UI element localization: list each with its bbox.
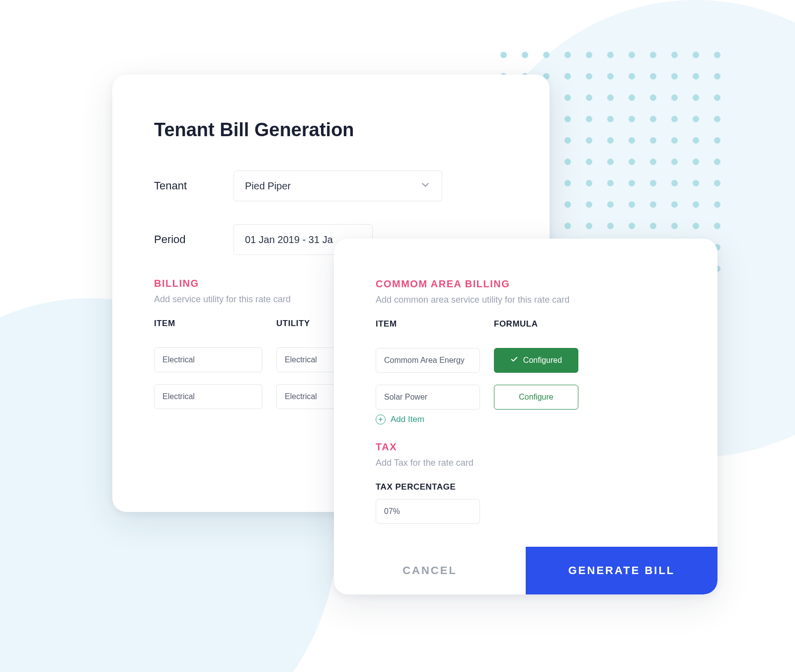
configured-label: Configured — [523, 356, 562, 365]
period-label: Period — [154, 233, 199, 246]
chevron-down-icon — [420, 179, 431, 193]
cancel-button[interactable]: CANCEL — [334, 547, 526, 594]
page-title: Tenant Bill Generation — [154, 119, 510, 141]
configured-button[interactable]: Configured — [494, 348, 578, 373]
add-item-label: Add Item — [391, 415, 424, 424]
common-area-heading: COMMOM AREA BILLING — [376, 278, 676, 290]
check-icon — [510, 355, 518, 365]
generate-bill-button[interactable]: GENERATE BILL — [526, 547, 717, 594]
tax-percentage-input[interactable]: 07% — [376, 499, 480, 524]
tax-field-label: TAX PERCENTAGE — [376, 482, 676, 492]
configure-button[interactable]: Configure — [494, 385, 578, 410]
billing-utility-input[interactable]: Electrical — [276, 384, 336, 409]
footer-bar: CANCEL GENERATE BILL — [334, 547, 717, 594]
period-input-value: 01 Jan 2019 - 31 Ja — [245, 234, 333, 246]
billing-col-item: ITEM — [154, 319, 262, 329]
billing-utility-input[interactable]: Electrical — [276, 347, 336, 372]
add-item-button[interactable]: + Add Item — [376, 415, 676, 424]
common-area-sub: Add common area service utility for this… — [376, 295, 676, 305]
billing-item-input[interactable]: Electrical — [154, 347, 262, 372]
tax-heading: TAX — [376, 441, 676, 453]
tenant-select[interactable]: Pied Piper — [234, 170, 442, 201]
tax-sub: Add Tax for the rate card — [376, 458, 676, 468]
tenant-select-value: Pied Piper — [245, 180, 291, 192]
common-area-card: COMMOM AREA BILLING Add common area serv… — [334, 239, 717, 594]
common-col-item: ITEM — [376, 319, 480, 329]
common-item-input[interactable]: Solar Power — [376, 385, 480, 410]
tenant-field-row: Tenant Pied Piper — [154, 170, 510, 201]
configure-label: Configure — [519, 393, 553, 402]
common-col-formula: FORMULA — [494, 319, 578, 329]
common-item-input[interactable]: Commom Area Energy — [376, 348, 480, 373]
billing-item-input[interactable]: Electrical — [154, 384, 262, 409]
tenant-label: Tenant — [154, 179, 199, 192]
plus-circle-icon: + — [376, 415, 386, 424]
